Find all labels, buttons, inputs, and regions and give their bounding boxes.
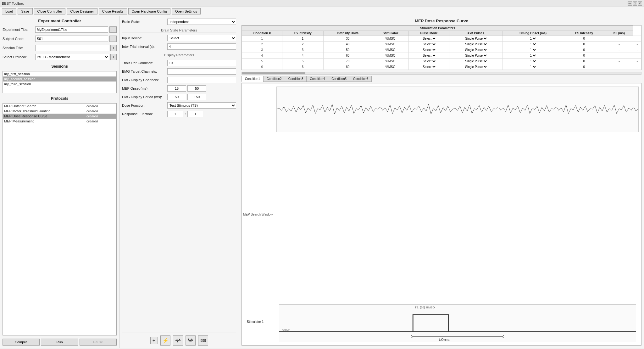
num-pulses-select[interactable]: 1 — [529, 65, 537, 69]
brain-state-label: Brain State: — [122, 20, 166, 24]
cell-stimulator[interactable]: Select — [409, 36, 449, 42]
num-pulses-select[interactable]: 1 — [529, 37, 537, 41]
num-pulses-select[interactable]: 1 — [529, 59, 537, 63]
cell-num-pulses[interactable]: 1 — [502, 36, 563, 42]
open-hardware-config-button[interactable]: Open Hardware Config — [128, 8, 171, 14]
wave-button[interactable] — [186, 335, 196, 346]
pulse-mode-select[interactable]: Single Pulse — [464, 42, 488, 46]
minimize-button[interactable]: — — [628, 1, 632, 6]
emg-target-input[interactable] — [167, 68, 236, 75]
protocol-item-4[interactable]: MEP Measurement — [3, 119, 85, 124]
stimulator-select[interactable]: Select — [421, 42, 436, 46]
dose-function-select[interactable]: Test Stimulus (TS) — [167, 102, 236, 109]
emg-display-input[interactable] — [167, 77, 236, 83]
condition-tab-3[interactable]: Condition3 — [285, 76, 307, 82]
load-button[interactable]: Load — [2, 8, 16, 14]
pause-button[interactable]: Pause — [80, 339, 117, 346]
emg-display-period-input-1[interactable] — [167, 94, 186, 100]
run-button[interactable]: Run — [41, 339, 78, 346]
pulse-mode-select[interactable]: Single Pulse — [464, 37, 488, 41]
table-scrollbar[interactable] — [242, 72, 641, 75]
cell-stimulator[interactable]: Select — [409, 59, 449, 64]
save-button[interactable]: Save — [18, 8, 32, 14]
experiment-title-browse-button[interactable]: ... — [109, 26, 117, 33]
condition-tab-4[interactable]: Condition4 — [306, 76, 328, 82]
subject-code-input[interactable] — [35, 36, 108, 42]
stimulator-select[interactable]: Select — [421, 48, 436, 52]
session-title-add-button[interactable]: + — [110, 45, 117, 51]
session-item-1[interactable]: my_first_session — [3, 71, 116, 76]
cell-stimulator[interactable]: Select — [409, 47, 449, 53]
num-pulses-select[interactable]: 1 — [529, 48, 537, 52]
close-button[interactable]: ✕ — [638, 1, 642, 6]
close-controller-button[interactable]: Close Controller — [34, 8, 66, 14]
experiment-title-input[interactable] — [35, 26, 108, 33]
num-pulses-select[interactable]: 1 — [529, 42, 537, 46]
lightning-button[interactable]: ⚡ — [160, 335, 170, 346]
stimulator-select[interactable]: Select — [421, 65, 436, 69]
cell-cs-intensity: - — [605, 36, 633, 42]
pulse-mode-select[interactable]: Single Pulse — [464, 65, 488, 69]
emg-display-period-input-2[interactable] — [187, 94, 206, 100]
maximize-button[interactable]: □ — [633, 1, 637, 6]
pulse-mode-select[interactable]: Single Pulse — [464, 53, 488, 58]
cell-pulse-mode[interactable]: Single Pulse — [449, 64, 502, 70]
protocol-item-1[interactable]: MEP Hotspot Search — [3, 104, 85, 109]
open-settings-button[interactable]: Open Settings — [172, 8, 201, 14]
condition-tab-2[interactable]: Condition2 — [263, 76, 285, 82]
cell-isi: - — [633, 42, 641, 47]
protocol-select[interactable]: rsEEG Measurement — [35, 54, 109, 60]
condition-tab-6[interactable]: Condition6 — [350, 76, 372, 82]
cell-timing-onset: 0 — [563, 36, 605, 42]
mep-onset-input-1[interactable] — [167, 85, 186, 92]
cell-num-pulses[interactable]: 1 — [502, 59, 563, 64]
cell-isi: - — [633, 64, 641, 70]
mep-onset-input-2[interactable] — [187, 85, 206, 92]
condition-tab-1[interactable]: Condition1 — [242, 76, 263, 82]
inter-trial-input[interactable] — [167, 43, 236, 50]
titlebar: BEST Toolbox — □ ✕ — [0, 0, 644, 7]
pulse-button[interactable] — [173, 335, 183, 346]
input-device-select[interactable]: Select — [167, 35, 236, 41]
cell-stimulator[interactable]: Select — [409, 64, 449, 70]
condition-tab-5[interactable]: Condition5 — [328, 76, 350, 82]
cell-pulse-mode[interactable]: Single Pulse — [449, 42, 502, 47]
subject-code-browse-button[interactable]: ... — [109, 36, 117, 42]
close-designer-button[interactable]: Close Designer — [67, 8, 97, 14]
stimulator-select[interactable]: Select — [421, 37, 436, 41]
pulse-mode-select[interactable]: Single Pulse — [464, 48, 488, 52]
protocol-status-4: created — [85, 119, 116, 124]
cell-num-pulses[interactable]: 1 — [502, 53, 563, 59]
cell-pulse-mode[interactable]: Single Pulse — [449, 53, 502, 59]
cell-num-pulses[interactable]: 1 — [502, 64, 563, 70]
response-input-2[interactable] — [187, 111, 203, 117]
stimulator-select[interactable]: Select — [421, 53, 436, 58]
cell-pulse-mode[interactable]: Single Pulse — [449, 47, 502, 53]
add-condition-button[interactable]: + — [150, 337, 158, 344]
cell-stimulator[interactable]: Select — [409, 53, 449, 59]
stimulator-select[interactable]: Select — [421, 59, 436, 63]
close-results-button[interactable]: Close Results — [99, 8, 127, 14]
multi-pulse-button[interactable] — [198, 335, 208, 346]
cell-num-pulses[interactable]: 1 — [502, 47, 563, 53]
protocol-item-2[interactable]: MEP Motor Threshold Hunting — [3, 109, 85, 114]
protocol-add-button[interactable]: + — [110, 54, 117, 60]
cell-pulse-mode[interactable]: Single Pulse — [449, 59, 502, 64]
num-pulses-select[interactable]: 1 — [529, 53, 537, 58]
response-input-1[interactable] — [167, 111, 183, 117]
cell-pulse-mode[interactable]: Single Pulse — [449, 36, 502, 42]
cell-row-num: 3 — [242, 47, 282, 53]
cell-num-pulses[interactable]: 1 — [502, 42, 563, 47]
session-item-2[interactable]: my_second_session — [3, 76, 116, 82]
compile-button[interactable]: Compile — [3, 339, 40, 346]
protocol-item-3[interactable]: MEP Dose Response Curve — [3, 114, 85, 119]
condition-tabs: Condition1 Condition2 Condition3 Conditi… — [242, 76, 641, 82]
trials-per-condition-input[interactable] — [167, 60, 236, 66]
cell-stimulator[interactable]: Select — [409, 42, 449, 47]
brain-state-select[interactable]: Independent — [167, 19, 236, 25]
stimulator1-label: Stimulator 1 — [247, 320, 264, 324]
session-title-input[interactable] — [35, 45, 109, 51]
session-item-3[interactable]: my_third_session — [3, 82, 116, 87]
pulse-mode-select[interactable]: Single Pulse — [464, 59, 488, 63]
stimulator-diagram: TS: (30) %MSO Select t:0ms — [279, 304, 636, 342]
